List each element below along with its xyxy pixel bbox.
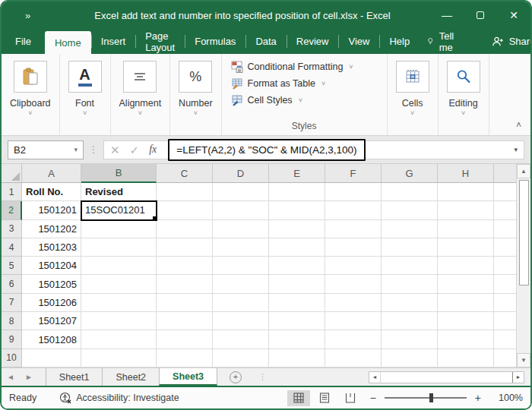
cell[interactable] bbox=[157, 238, 213, 257]
alignment-button[interactable] bbox=[123, 61, 157, 93]
cell-a[interactable]: 1501202 bbox=[22, 220, 81, 238]
cell[interactable] bbox=[157, 349, 213, 367]
cell[interactable] bbox=[438, 201, 494, 219]
cell[interactable] bbox=[213, 183, 269, 201]
sheet-tab-sheet1[interactable]: Sheet1 bbox=[46, 368, 103, 386]
column-header-e[interactable]: E bbox=[269, 164, 325, 183]
cell[interactable] bbox=[438, 257, 494, 275]
cell[interactable] bbox=[213, 201, 269, 219]
column-header-a[interactable]: A bbox=[22, 164, 81, 183]
cell-a[interactable]: 1501208 bbox=[22, 330, 81, 348]
font-chevron-icon[interactable]: ˅ bbox=[83, 110, 87, 117]
column-header-f[interactable]: F bbox=[325, 164, 382, 183]
tab-review[interactable]: Review bbox=[287, 29, 339, 54]
enter-icon[interactable]: ✓ bbox=[130, 144, 140, 156]
scroll-right-icon[interactable]: ► bbox=[512, 372, 524, 383]
cell-a[interactable]: 1501207 bbox=[22, 312, 81, 330]
cell[interactable] bbox=[325, 201, 382, 219]
cell[interactable] bbox=[213, 349, 269, 367]
cell-a[interactable]: 1501206 bbox=[22, 294, 81, 312]
cell[interactable] bbox=[382, 349, 438, 367]
cell[interactable] bbox=[325, 275, 382, 293]
cell-a[interactable]: 1501201 bbox=[22, 201, 81, 219]
cell[interactable] bbox=[269, 275, 325, 293]
cell[interactable] bbox=[438, 349, 494, 367]
cell-a[interactable]: Roll No. bbox=[22, 183, 81, 201]
column-header-c[interactable]: C bbox=[157, 164, 213, 183]
cell[interactable] bbox=[157, 312, 213, 330]
cell[interactable] bbox=[269, 349, 325, 367]
cell[interactable] bbox=[213, 257, 269, 275]
cell-a[interactable]: 1501205 bbox=[22, 275, 81, 293]
cell[interactable] bbox=[325, 257, 382, 275]
cell[interactable] bbox=[213, 238, 269, 257]
cell[interactable] bbox=[382, 220, 438, 238]
cell[interactable] bbox=[438, 183, 494, 201]
row-header[interactable]: 10 bbox=[2, 349, 22, 367]
column-header-h[interactable]: H bbox=[438, 164, 494, 183]
cell[interactable] bbox=[213, 312, 269, 330]
cell[interactable] bbox=[325, 220, 382, 238]
cell[interactable] bbox=[213, 294, 269, 312]
cell[interactable] bbox=[269, 201, 325, 219]
row-header[interactable]: 8 bbox=[2, 312, 22, 330]
cell[interactable] bbox=[325, 330, 382, 348]
cell[interactable] bbox=[325, 349, 382, 367]
vertical-scrollbar[interactable]: ▲ ▼ bbox=[516, 164, 530, 367]
cell-b[interactable] bbox=[81, 275, 157, 293]
scroll-left-icon[interactable]: ◄ bbox=[369, 372, 381, 383]
horizontal-scrollbar[interactable]: ◄ ► bbox=[369, 371, 524, 383]
font-button[interactable]: A bbox=[68, 61, 102, 93]
minimize-button[interactable]: — bbox=[430, 2, 464, 29]
cell-b[interactable] bbox=[81, 349, 157, 367]
scroll-up-icon[interactable]: ▲ bbox=[517, 164, 530, 178]
cell[interactable] bbox=[157, 275, 213, 293]
cell[interactable] bbox=[269, 294, 325, 312]
quick-access-toolbar-icon[interactable]: » bbox=[2, 10, 55, 21]
zoom-out-icon[interactable]: − bbox=[365, 392, 382, 404]
cell[interactable] bbox=[213, 220, 269, 238]
cell[interactable] bbox=[157, 257, 213, 275]
sheet-tab-sheet3[interactable]: Sheet3 bbox=[159, 368, 217, 386]
cell[interactable] bbox=[382, 275, 438, 293]
cell-b[interactable] bbox=[81, 238, 157, 257]
row-header[interactable]: 7 bbox=[2, 294, 22, 312]
number-chevron-icon[interactable]: ˅ bbox=[194, 110, 198, 117]
tab-insert[interactable]: Insert bbox=[91, 29, 136, 54]
horizontal-scrollbar-thumb[interactable] bbox=[381, 372, 512, 383]
column-header-b[interactable]: B bbox=[81, 164, 157, 183]
column-header-d[interactable]: D bbox=[213, 164, 269, 183]
new-sheet-button[interactable]: + bbox=[230, 371, 242, 383]
collapse-ribbon-icon[interactable]: ˄ bbox=[516, 120, 521, 131]
cell[interactable] bbox=[269, 238, 325, 257]
name-box-dropdown-icon[interactable]: ▾ bbox=[74, 146, 78, 153]
cell[interactable] bbox=[382, 201, 438, 219]
cell-b[interactable] bbox=[81, 257, 157, 275]
zoom-slider[interactable] bbox=[385, 393, 467, 403]
select-all-corner[interactable] bbox=[2, 164, 22, 183]
cell-b[interactable]: Revised bbox=[81, 183, 157, 201]
cell[interactable] bbox=[269, 312, 325, 330]
cell[interactable] bbox=[382, 312, 438, 330]
tab-file[interactable]: File bbox=[2, 29, 45, 54]
accessibility-status[interactable]: Accessibility: Investigate bbox=[59, 392, 179, 404]
zoom-in-icon[interactable]: + bbox=[470, 392, 486, 404]
cell-b[interactable] bbox=[81, 294, 157, 312]
cell[interactable] bbox=[269, 330, 325, 348]
share-button[interactable]: Share bbox=[484, 36, 532, 47]
cell[interactable] bbox=[157, 294, 213, 312]
name-box[interactable]: B2 ▾ bbox=[8, 140, 84, 159]
cell[interactable] bbox=[382, 183, 438, 201]
cell-a[interactable]: 1501203 bbox=[22, 238, 81, 257]
conditional-formatting-button[interactable]: Conditional Formatting ˅ bbox=[231, 61, 353, 73]
cell-b[interactable] bbox=[81, 220, 157, 238]
cancel-icon[interactable]: ✕ bbox=[110, 144, 120, 156]
expand-formula-bar-icon[interactable]: ▾ bbox=[514, 146, 518, 153]
cell[interactable] bbox=[438, 238, 494, 257]
cell[interactable] bbox=[382, 238, 438, 257]
row-header[interactable]: 6 bbox=[2, 275, 22, 293]
sheet-nav-left-icon[interactable]: ◄ bbox=[2, 368, 20, 386]
cell[interactable] bbox=[157, 330, 213, 348]
cell[interactable] bbox=[382, 257, 438, 275]
insert-function-icon[interactable]: fx bbox=[149, 144, 157, 156]
